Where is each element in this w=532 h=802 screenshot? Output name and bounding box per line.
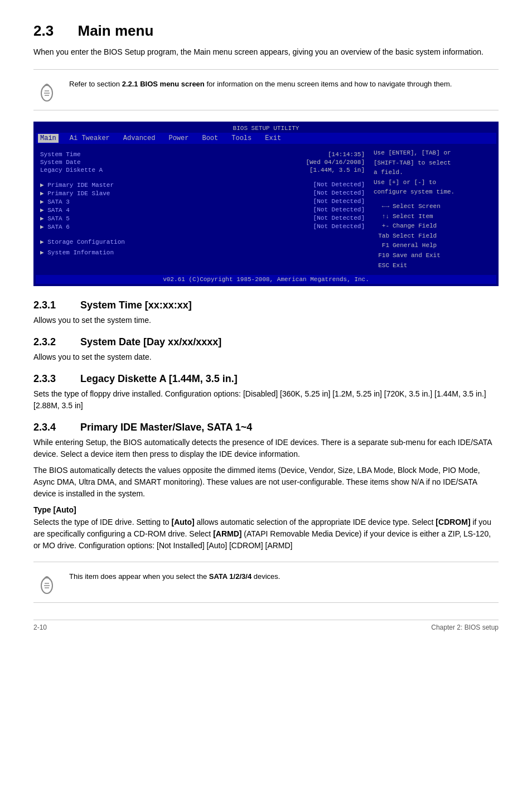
bios-legacy-row: Legacy Diskette A [1.44M, 3.5 in]: [40, 166, 365, 174]
bios-storage-label: Storage Configuration: [47, 239, 125, 245]
bios-left-panel: System Time [14:14:35] System Date [Wed …: [38, 146, 367, 273]
bios-menu-main[interactable]: Main: [38, 134, 59, 143]
footer-left: 2-10: [33, 624, 47, 631]
bios-right-panel: Use [ENTER], [TAB] or[SHIFT-TAB] to sele…: [371, 146, 494, 273]
bios-menu-tools[interactable]: Tools: [229, 134, 254, 143]
bios-menu-bar: Main Ai Tweaker Advanced Power Boot Tool…: [36, 133, 496, 144]
bios-system-info: System Time [14:14:35] System Date [Wed …: [40, 151, 365, 174]
bios-key-row: ESCExit: [374, 261, 492, 271]
bios-key-row: ←→Select Screen: [374, 202, 492, 212]
bios-menu-aitweaker[interactable]: Ai Tweaker: [67, 134, 112, 143]
bios-menu-advanced[interactable]: Advanced: [121, 134, 158, 143]
sub-subheading-2.3.4: Type [Auto]: [33, 505, 499, 514]
subsection-title-2.3.3: 2.3.3 Legacy Diskette A [1.44M, 3.5 in.]: [33, 373, 499, 385]
bios-menu-exit[interactable]: Exit: [263, 134, 283, 143]
bios-legacy-value: [1.44M, 3.5 in]: [309, 167, 365, 173]
bios-drive-item[interactable]: ▶ SATA 3[Not Detected]: [40, 197, 365, 206]
note-box-1: Refer to section 2.2.1 BIOS menu screen …: [33, 69, 499, 110]
section-number: 2.3: [33, 22, 54, 39]
bios-system-date-value: [Wed 04/16/2008]: [306, 159, 365, 166]
bios-key-row: TabSelect Field: [374, 231, 492, 241]
subsection-title-2.3.4: 2.3.4 Primary IDE Master/Slave, SATA 1~4: [33, 422, 499, 433]
bios-key-row: ↑↓Select Item: [374, 212, 492, 222]
intro-paragraph: When you enter the BIOS Setup program, t…: [33, 46, 499, 58]
bios-key-row: F10Save and Exit: [374, 251, 492, 261]
subsection-body-2.3.3: Sets the type of floppy drive installed.…: [33, 388, 499, 412]
bios-drive-item[interactable]: ▶ SATA 6[Not Detected]: [40, 223, 365, 231]
bios-screen: BIOS SETUP UTILITY Main Ai Tweaker Advan…: [33, 122, 499, 286]
bios-system-date-row: System Date [Wed 04/16/2008]: [40, 158, 365, 166]
bios-key-row: +-Change Field: [374, 221, 492, 231]
bios-content: System Time [14:14:35] System Date [Wed …: [36, 144, 496, 275]
subsection-body3-2.3.4: Selects the type of IDE drive. Setting t…: [33, 516, 499, 552]
bios-help-text: Use [ENTER], [TAB] or[SHIFT-TAB] to sele…: [374, 148, 492, 197]
bios-drive-item[interactable]: ▶ Primary IDE Master[Not Detected]: [40, 181, 365, 189]
bios-system-time-value: [14:14:35]: [328, 151, 365, 158]
note-link-1: 2.2.1 BIOS menu screen: [122, 80, 205, 88]
note2-bold: SATA 1/2/3/4: [209, 572, 252, 581]
subsection-title-2.3.1: 2.3.1 System Time [xx:xx:xx]: [33, 299, 499, 311]
note-icon-2: [33, 569, 60, 596]
bios-keys: ←→Select Screen↑↓Select Item+-Change Fie…: [374, 202, 492, 270]
subsection-body-2.3.2: Allows you to set the system date.: [33, 351, 499, 363]
subsection-2.3.3: 2.3.3 Legacy Diskette A [1.44M, 3.5 in.]…: [33, 373, 499, 412]
subsection-2.3.2: 2.3.2 System Date [Day xx/xx/xxxx]Allows…: [33, 336, 499, 363]
bios-legacy-label: Legacy Diskette A: [40, 167, 103, 173]
bios-system-time-row: System Time [14:14:35]: [40, 151, 365, 158]
note-box-2: This item does appear when you select th…: [33, 562, 499, 603]
note-text-1: Refer to section 2.2.1 BIOS menu screen …: [69, 76, 452, 90]
bios-drive-items: ▶ Primary IDE Master[Not Detected]▶ Prim…: [40, 181, 365, 231]
subsection-2.3.1: 2.3.1 System Time [xx:xx:xx]Allows you t…: [33, 299, 499, 326]
bios-drive-item[interactable]: ▶ SATA 4[Not Detected]: [40, 206, 365, 214]
subsection-body1-2.3.4: While entering Setup, the BIOS automatic…: [33, 437, 499, 460]
bios-menu-boot[interactable]: Boot: [200, 134, 220, 143]
bios-system-time-label: System Time: [40, 151, 81, 158]
bios-sysinfo[interactable]: ▶ System Information: [40, 248, 365, 257]
section-heading: 2.3 Main menu: [33, 22, 499, 40]
bios-drive-item[interactable]: ▶ SATA 5[Not Detected]: [40, 214, 365, 223]
bios-key-row: F1General Help: [374, 241, 492, 251]
section-title-text: Main menu: [78, 22, 154, 39]
page-footer: 2-10 Chapter 2: BIOS setup: [33, 620, 499, 631]
bios-menu-power[interactable]: Power: [166, 134, 191, 143]
note-text-2: This item does appear when you select th…: [69, 569, 280, 582]
subsection-2.3.4: 2.3.4 Primary IDE Master/Slave, SATA 1~4…: [33, 422, 499, 552]
bios-title: BIOS SETUP UTILITY: [36, 124, 496, 133]
bios-storage-config[interactable]: ▶ Storage Configuration: [40, 238, 365, 246]
bios-sysinfo-label: System Information: [47, 249, 114, 256]
note-icon-1: [33, 76, 60, 103]
bios-footer: v02.61 (C)Copyright 1985-2008, American …: [36, 275, 496, 284]
subsection-title-2.3.2: 2.3.2 System Date [Day xx/xx/xxxx]: [33, 336, 499, 348]
bios-system-date-label: System Date: [40, 159, 81, 166]
footer-right: Chapter 2: BIOS setup: [431, 624, 499, 631]
subsection-body-2.3.1: Allows you to set the system time.: [33, 315, 499, 326]
bios-drive-item[interactable]: ▶ Primary IDE Slave[Not Detected]: [40, 189, 365, 197]
subsection-body2-2.3.4: The BIOS automatically detects the value…: [33, 465, 499, 500]
